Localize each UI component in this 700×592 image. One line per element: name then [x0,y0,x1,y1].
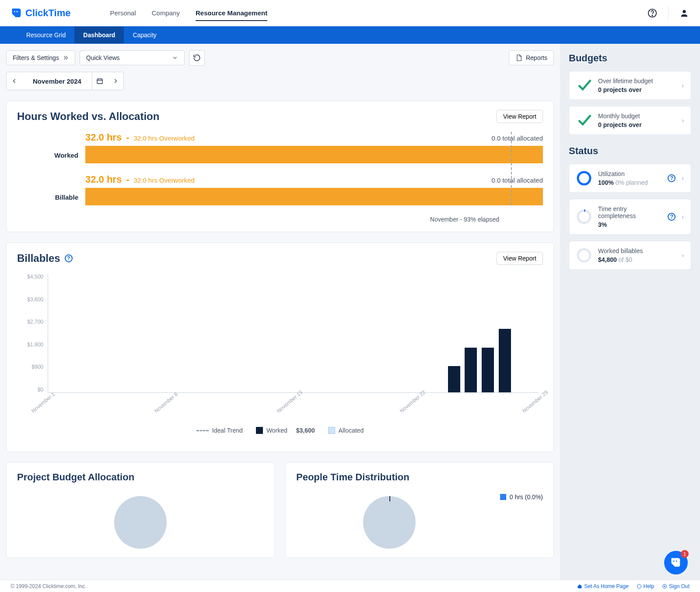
utilization-planned: 0% planned [616,179,648,186]
help-icon[interactable]: ? [668,174,676,182]
ring-icon [576,247,592,263]
copyright: © 1999-2024 Clicktime.com, Inc. [10,583,87,586]
svg-point-8 [578,211,590,223]
subnav-dashboard[interactable]: Dashboard [74,27,124,43]
next-month-button[interactable] [108,72,123,90]
monthly-sub: 0 projects over [598,121,676,128]
user-icon[interactable] [679,8,690,18]
subnav: Resource Grid Dashboard Capacity [0,26,700,44]
subnav-capacity[interactable]: Capacity [124,27,165,43]
help-icon[interactable]: ? [668,213,676,221]
chart-legend: Ideal Trend Worked $3,600 Allocated [17,427,543,434]
svg-point-3 [652,15,652,16]
billable-allocated: 0.0 total allocated [491,176,543,184]
filters-settings-button[interactable]: Filters & Settings [6,50,75,65]
toolbar: Filters & Settings Quick Views [6,50,554,66]
utilization-title: Utilization [598,170,662,177]
worked-allocated: 0.0 total allocated [491,134,543,142]
chevron-right-icon: › [682,82,684,89]
top-header: ClickTime Personal Company Resource Mana… [0,0,700,26]
lifetime-title: Over lifetime budget [598,78,676,85]
date-navigator: November 2024 [6,72,124,90]
project-budget-card: Project Budget Allocation [6,462,275,558]
billable-overworked: 32.0 hrs Overworked [134,176,195,184]
prev-month-button[interactable] [7,72,22,90]
filters-label: Filters & Settings [13,54,59,61]
status-section-title: Status [569,145,691,157]
hours-card: Hours Worked vs. Allocation View Report … [6,101,554,232]
svg-point-7 [578,172,590,184]
completeness-title: Time entry completeness [598,205,662,219]
svg-point-1 [17,11,18,12]
legend-box-light-icon [328,427,335,434]
ring-icon [576,170,592,186]
help-link[interactable]: Help [637,583,654,586]
row-label-worked: Worked [17,152,78,163]
utilization-card[interactable]: Utilization 100%0% planned ? › [569,164,691,193]
svg-point-11 [637,584,641,586]
chevron-right-icon: › [682,252,684,259]
check-icon [576,78,592,93]
svg-point-4 [682,10,686,13]
nav-personal[interactable]: Personal [110,6,136,21]
brand-text: ClickTime [25,7,71,19]
monthly-budget-card[interactable]: Monthly budget 0 projects over › [569,106,691,135]
brand-logo[interactable]: ClickTime [10,7,71,19]
worked-billables-of: of $0 [619,256,632,263]
quick-views-label: Quick Views [86,54,120,61]
set-home-link[interactable]: Set As Home Page [577,583,628,586]
people-time-title: People Time Distribution [296,472,543,483]
svg-point-13 [673,560,675,562]
legend-worked-val: $3,600 [296,427,315,434]
utilization-pct: 100% [598,179,614,186]
project-budget-title: Project Budget Allocation [17,472,264,483]
chat-button[interactable]: 1 [664,551,688,574]
row-label-billable: Billable [17,194,78,205]
sidebar: Budgets Over lifetime budget 0 projects … [560,44,700,586]
legend-allocated: Allocated [339,427,364,434]
dash: - [126,174,129,185]
hours-view-report-button[interactable]: View Report [497,110,543,123]
worked-bar [85,146,543,163]
refresh-button[interactable] [189,50,205,66]
document-icon [515,54,522,61]
help-icon[interactable] [647,8,658,18]
people-time-card: People Time Distribution 0 hrs (0.0%) [285,462,554,558]
chevron-right-icon: › [682,175,684,182]
current-month-label: November 2024 [22,78,92,85]
quick-views-dropdown[interactable]: Quick Views [80,50,185,65]
chevron-right-icon: › [682,117,684,124]
project-donut [114,496,167,549]
nav-resource-management[interactable]: Resource Management [196,6,267,21]
chevron-double-right-icon [63,55,69,61]
budgets-section-title: Budgets [569,53,691,64]
chat-badge: 1 [681,550,689,558]
worked-billables-title: Worked billables [598,247,676,254]
legend-box-dark-icon [256,427,263,434]
completeness-pct: 3% [598,221,662,228]
worked-hours: 32.0 hrs [85,132,122,143]
svg-point-14 [676,560,677,562]
dash: - [126,132,129,143]
elapsed-note: November - 93% elapsed [17,216,543,223]
hours-title: Hours Worked vs. Allocation [17,110,159,123]
worked-billables-amount: $4,800 [598,256,617,263]
billables-view-report-button[interactable]: View Report [497,252,543,265]
people-legend-row: 0 hrs (0.0%) [510,493,543,500]
billables-card: Billables ? View Report $4,500$3,600$2,7… [6,243,554,452]
reports-label: Reports [526,54,547,61]
lifetime-budget-card[interactable]: Over lifetime budget 0 projects over › [569,71,691,100]
calendar-button[interactable] [92,72,108,90]
completeness-card[interactable]: Time entry completeness 3% ? › [569,199,691,235]
signout-link[interactable]: Sign Out [662,583,690,586]
nav-company[interactable]: Company [152,6,180,21]
worked-overworked: 32.0 hrs Overworked [134,134,195,142]
check-icon [576,113,592,128]
svg-point-12 [663,584,667,586]
help-icon[interactable]: ? [65,254,73,262]
worked-billables-card[interactable]: Worked billables $4,800of $0 › [569,241,691,270]
subnav-resource-grid[interactable]: Resource Grid [18,27,74,43]
legend-worked: Worked [266,427,287,434]
footer: © 1999-2024 Clicktime.com, Inc. Set As H… [0,580,700,586]
reports-button[interactable]: Reports [509,50,554,65]
